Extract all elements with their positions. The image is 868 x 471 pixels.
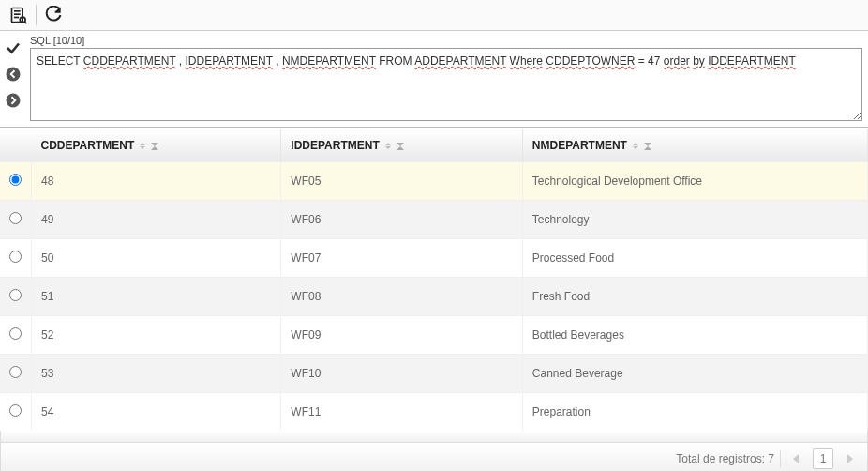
- row-radio-cell[interactable]: [0, 393, 32, 432]
- cell-cd: 54: [32, 393, 281, 432]
- results-view-button[interactable]: [7, 4, 30, 26]
- cell-cd: 49: [32, 201, 281, 239]
- row-radio[interactable]: [9, 366, 22, 378]
- row-radio[interactable]: [9, 251, 22, 263]
- page-next-button[interactable]: [839, 448, 860, 469]
- header-nmdepartment[interactable]: NMDEPARTMENT: [522, 129, 867, 162]
- next-history-button[interactable]: [2, 89, 24, 112]
- page-current[interactable]: 1: [813, 448, 833, 469]
- cell-id: WF06: [281, 201, 523, 239]
- sql-panel: SQL [10/10] SELECT CDDEPARTMENT , IDDEPA…: [0, 31, 868, 129]
- prev-history-button[interactable]: [2, 63, 24, 85]
- svg-marker-9: [847, 454, 853, 463]
- row-radio-cell[interactable]: [0, 201, 32, 239]
- cell-nm: Technology: [522, 201, 867, 239]
- cell-id: WF08: [281, 278, 523, 316]
- row-radio[interactable]: [9, 174, 22, 186]
- results-table: CDDEPARTMENT IDDEPARTMENT NMDEPARTMENT 4…: [0, 129, 868, 431]
- row-radio[interactable]: [9, 404, 22, 417]
- cell-nm: Canned Beverage: [522, 355, 867, 393]
- toolbar-divider: [36, 5, 37, 25]
- table-footer-spacer: [0, 431, 868, 442]
- table-row[interactable]: 48WF05Technological Development Office: [0, 162, 868, 201]
- cell-nm: Processed Food: [522, 239, 867, 278]
- row-radio-cell[interactable]: [0, 239, 32, 278]
- pagination-footer: Total de registros: 7 1: [0, 442, 868, 471]
- cell-cd: 51: [32, 278, 281, 316]
- cell-id: WF10: [281, 355, 523, 393]
- sql-textarea[interactable]: SELECT CDDEPARTMENT , IDDEPARTMENT , NMD…: [30, 48, 862, 121]
- cell-id: WF09: [281, 316, 523, 355]
- svg-line-5: [24, 22, 26, 23]
- table-row[interactable]: 53WF10Canned Beverage: [0, 355, 868, 393]
- row-radio-cell[interactable]: [0, 355, 32, 393]
- row-radio[interactable]: [9, 212, 22, 224]
- cell-nm: Preparation: [522, 393, 867, 432]
- page-prev-button[interactable]: [786, 448, 807, 469]
- cell-cd: 52: [32, 316, 281, 355]
- table-row[interactable]: 50WF07Processed Food: [0, 239, 868, 278]
- cell-cd: 50: [32, 239, 281, 278]
- refresh-button[interactable]: [42, 4, 65, 26]
- total-records-label: Total de registros: 7: [676, 452, 774, 465]
- sql-side-buttons: [0, 31, 26, 127]
- row-radio-cell[interactable]: [0, 162, 32, 201]
- header-radio-col: [0, 129, 32, 162]
- svg-point-7: [7, 94, 21, 108]
- table-header: CDDEPARTMENT IDDEPARTMENT NMDEPARTMENT: [0, 129, 868, 162]
- cell-nm: Fresh Food: [522, 278, 867, 316]
- row-radio[interactable]: [9, 289, 22, 301]
- cell-nm: Bottled Beverages: [522, 316, 867, 355]
- cell-id: WF07: [281, 239, 523, 278]
- cell-cd: 48: [32, 162, 281, 201]
- cell-id: WF11: [281, 393, 523, 432]
- table-row[interactable]: 52WF09Bottled Beverages: [0, 316, 868, 355]
- svg-point-6: [7, 68, 21, 82]
- header-cddepartment[interactable]: CDDEPARTMENT: [32, 129, 281, 162]
- cell-id: WF05: [281, 162, 523, 201]
- table-row[interactable]: 54WF11Preparation: [0, 393, 868, 432]
- table-body: 48WF05Technological Development Office49…: [0, 162, 868, 432]
- execute-button[interactable]: [2, 37, 24, 59]
- top-toolbar: [0, 0, 868, 31]
- cell-cd: 53: [32, 355, 281, 393]
- svg-marker-8: [793, 454, 799, 463]
- footer-divider: [780, 450, 781, 467]
- cell-nm: Technological Development Office: [522, 162, 867, 201]
- table-row[interactable]: 51WF08Fresh Food: [0, 278, 868, 316]
- table-row[interactable]: 49WF06Technology: [0, 201, 868, 239]
- row-radio[interactable]: [9, 327, 22, 340]
- header-iddepartment[interactable]: IDDEPARTMENT: [281, 129, 523, 162]
- row-radio-cell[interactable]: [0, 278, 32, 316]
- row-radio-cell[interactable]: [0, 316, 32, 355]
- sql-counter-label: SQL [10/10]: [30, 35, 862, 46]
